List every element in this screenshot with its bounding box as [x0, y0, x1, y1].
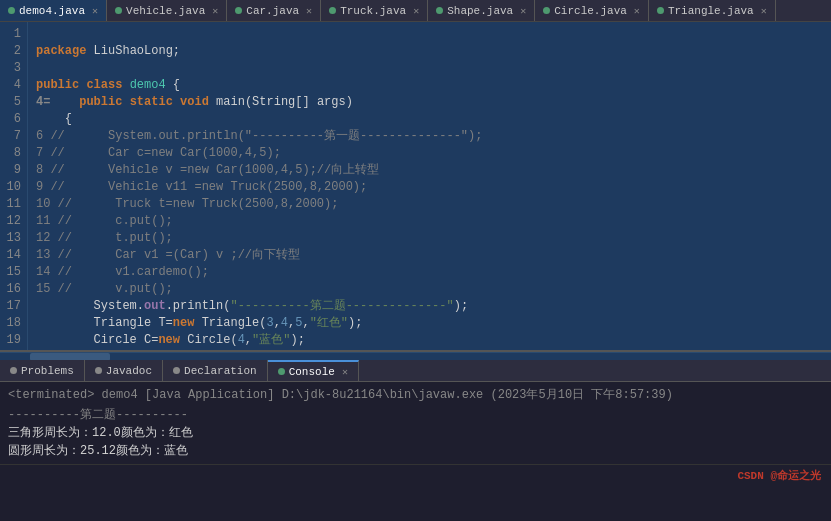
tab-truck[interactable]: Truck.java ✕	[321, 0, 428, 22]
console-line-1: 三角形周长为：12.0颜色为：红色	[8, 424, 823, 442]
tab-dot-demo4	[8, 7, 15, 14]
line-numbers: 1 2 3 4 5 6 7 8 9 10 11 12 13 14 15 16 1…	[0, 22, 28, 350]
console-divider: ----------第二题----------	[8, 406, 823, 424]
tab-close-triangle[interactable]: ✕	[761, 5, 767, 17]
tab-console[interactable]: Console ✕	[268, 360, 359, 382]
tab-dot-javadoc	[95, 367, 102, 374]
tab-label-triangle: Triangle.java	[668, 5, 754, 17]
tab-label-circle: Circle.java	[554, 5, 627, 17]
console-header: <terminated> demo4 [Java Application] D:…	[8, 386, 823, 404]
tab-dot-triangle	[657, 7, 664, 14]
tab-close-demo4[interactable]: ✕	[92, 5, 98, 17]
tab-label-console: Console	[289, 366, 335, 378]
tab-dot-car	[235, 7, 242, 14]
tab-shape[interactable]: Shape.java ✕	[428, 0, 535, 22]
tab-dot-truck	[329, 7, 336, 14]
tab-car[interactable]: Car.java ✕	[227, 0, 321, 22]
tab-close-circle[interactable]: ✕	[634, 5, 640, 17]
tab-label-demo4: demo4.java	[19, 5, 85, 17]
csdn-badge: CSDN @命运之光	[737, 468, 821, 483]
code-text[interactable]: package LiuShaoLong; public class demo4 …	[28, 22, 831, 350]
console-area: <terminated> demo4 [Java Application] D:…	[0, 382, 831, 464]
tab-demo4[interactable]: demo4.java ✕	[0, 0, 107, 22]
bottom-tab-bar: Problems Javadoc Declaration Console ✕	[0, 360, 831, 382]
tab-dot-vehicle	[115, 7, 122, 14]
tab-label-vehicle: Vehicle.java	[126, 5, 205, 17]
tab-dot-shape	[436, 7, 443, 14]
tab-javadoc[interactable]: Javadoc	[85, 360, 163, 382]
tab-label-shape: Shape.java	[447, 5, 513, 17]
tab-triangle[interactable]: Triangle.java ✕	[649, 0, 776, 22]
bottom-panel: Problems Javadoc Declaration Console ✕ <…	[0, 360, 831, 521]
tab-dot-console	[278, 368, 285, 375]
tab-label-declaration: Declaration	[184, 365, 257, 377]
bottom-footer: CSDN @命运之光	[0, 464, 831, 486]
tab-close-car[interactable]: ✕	[306, 5, 312, 17]
tab-label-javadoc: Javadoc	[106, 365, 152, 377]
tab-dot-circle	[543, 7, 550, 14]
tab-bar: demo4.java ✕ Vehicle.java ✕ Car.java ✕ T…	[0, 0, 831, 22]
tab-label-truck: Truck.java	[340, 5, 406, 17]
tab-label-car: Car.java	[246, 5, 299, 17]
tab-vehicle[interactable]: Vehicle.java ✕	[107, 0, 227, 22]
tab-circle[interactable]: Circle.java ✕	[535, 0, 649, 22]
code-editor: 1 2 3 4 5 6 7 8 9 10 11 12 13 14 15 16 1…	[0, 22, 831, 352]
tab-dot-problems	[10, 367, 17, 374]
tab-dot-declaration	[173, 367, 180, 374]
tab-label-problems: Problems	[21, 365, 74, 377]
tab-close-shape[interactable]: ✕	[520, 5, 526, 17]
tab-close-truck[interactable]: ✕	[413, 5, 419, 17]
tab-problems[interactable]: Problems	[0, 360, 85, 382]
console-line-2: 圆形周长为：25.12颜色为：蓝色	[8, 442, 823, 460]
tab-close-vehicle[interactable]: ✕	[212, 5, 218, 17]
console-icon: ✕	[342, 366, 348, 378]
tab-declaration[interactable]: Declaration	[163, 360, 268, 382]
